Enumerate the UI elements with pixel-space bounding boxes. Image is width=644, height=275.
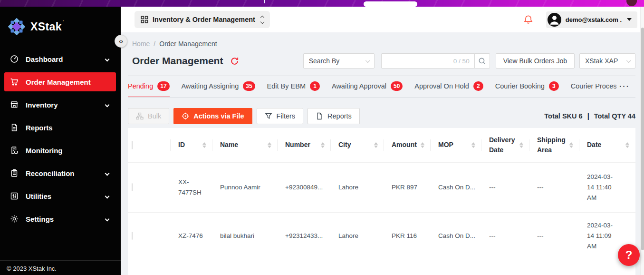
avatar (548, 13, 561, 27)
tab-count-badge: 35 (243, 81, 255, 91)
column-header-number[interactable]: Number (278, 128, 331, 162)
grid-icon (141, 16, 148, 23)
actions-via-file-button[interactable]: Actions via File (173, 108, 252, 124)
sort-carets-icon[interactable] (569, 142, 573, 148)
sidebar-item-monitoring[interactable]: Monitoring (4, 141, 116, 160)
sidebar-item-dashboard[interactable]: Dashboard (4, 49, 116, 69)
breadcrumb-separator: / (154, 40, 155, 48)
sidebar-item-order-management[interactable]: Order Management (4, 72, 116, 91)
copyright-footer: © 2023 XStak Inc. (0, 260, 121, 275)
xstak-xap-select[interactable]: XStak XAP (579, 53, 635, 69)
sidebar-item-reports[interactable]: Reports (4, 118, 116, 137)
search-char-counter: 0 / 50 (453, 58, 470, 65)
cell-name: Punnoo Aamir (212, 162, 278, 212)
cart-icon (10, 78, 19, 86)
sort-carets-icon[interactable] (202, 142, 206, 148)
view-bulk-orders-button[interactable]: View Bulk Orders Job (496, 53, 575, 69)
search-input[interactable] (386, 57, 453, 65)
sort-carets-icon[interactable] (471, 142, 475, 148)
tab-awaiting-approval[interactable]: Awaiting Approval 50 (332, 76, 403, 98)
cell-number: +92300849... (278, 162, 331, 212)
scrollbar-thumb[interactable] (641, 28, 644, 250)
refresh-button[interactable] (230, 57, 239, 66)
sort-carets-icon[interactable] (421, 142, 424, 148)
search-by-select[interactable]: Search By (303, 53, 375, 69)
app-switcher-label: Inventory & Order Management (153, 16, 255, 23)
sort-carets-icon[interactable] (519, 142, 523, 148)
filters-button[interactable]: Filters (257, 108, 303, 124)
cell-amount: PKR 116 (384, 212, 431, 260)
app-switcher-button[interactable]: Inventory & Order Management (135, 11, 270, 28)
xap-label: XStak XAP (585, 57, 618, 65)
tab-label: Approval On Hold (414, 82, 469, 90)
help-button[interactable]: ? (618, 244, 640, 266)
row-checkbox[interactable] (132, 183, 133, 191)
appbar-right: demo@xstak.com . (523, 11, 637, 28)
sidebar-item-label: Reports (26, 124, 110, 132)
column-header-city[interactable]: City (331, 128, 384, 162)
sort-carets-icon[interactable] (321, 142, 325, 148)
reports-button[interactable]: Reports (308, 108, 360, 124)
cell-shipping-area: --- (529, 212, 579, 260)
row-checkbox[interactable] (132, 232, 133, 240)
refresh-icon (230, 57, 239, 66)
bell-icon (523, 15, 533, 25)
sort-carets-icon[interactable] (374, 142, 378, 148)
tab-count-badge: 3 (549, 81, 559, 91)
column-header-date[interactable]: Date (579, 128, 635, 162)
user-menu[interactable]: demo@xstak.com . (546, 11, 637, 28)
tab-pending[interactable]: Pending 17 (128, 76, 170, 98)
sidebar-item-inventory[interactable]: Inventory (4, 95, 116, 114)
breadcrumb-home[interactable]: Home (132, 40, 150, 48)
sidebar-item-label: Dashboard (26, 55, 106, 63)
tab-awaiting-assigning[interactable]: Awaiting Assigning 35 (182, 76, 255, 98)
tab-count-badge: 50 (391, 81, 403, 91)
tab-courier-booking[interactable]: Courier Booking 3 (495, 76, 559, 98)
tab-count-badge: 17 (157, 81, 169, 91)
cell-number: +92312433... (278, 212, 331, 260)
notification-bell-button[interactable] (523, 15, 533, 25)
sort-carets-icon[interactable] (268, 142, 271, 148)
status-tabs: Pending 17 Awaiting Assigning 35 Edit By… (128, 76, 635, 98)
tab-label: Pending (128, 82, 153, 90)
page-scrollbar[interactable] (640, 7, 644, 275)
sidebar: XStak· Dashboard Order Management (0, 7, 121, 275)
page-content: Home / Order Management Order Management… (121, 32, 644, 275)
sidebar-item-label: Settings (26, 215, 106, 223)
summary-divider: | (587, 112, 589, 120)
cell-shipping-area: --- (529, 162, 579, 212)
reports-label: Reports (327, 112, 352, 120)
tab-approval-on-hold[interactable]: Approval On Hold 2 (414, 76, 483, 98)
column-header-delivery-date[interactable]: Delivery Date (481, 128, 529, 162)
more-tabs-ellipsis-icon[interactable]: ··· (616, 82, 630, 91)
sidebar-collapse-button[interactable]: ‹› (115, 35, 127, 48)
column-header-name[interactable]: Name (212, 128, 278, 162)
caret-down-icon (627, 18, 632, 21)
bulk-button[interactable]: Bulk (128, 108, 169, 124)
cell-delivery-date: --- (481, 212, 529, 260)
caret-up-down-icon (261, 16, 264, 23)
cell-delivery-date: --- (481, 162, 529, 212)
cell-mop: Cash On D... (431, 212, 481, 260)
sidebar-item-utilities[interactable]: Utilities (4, 187, 116, 206)
select-all-checkbox[interactable] (132, 141, 133, 149)
search-button[interactable] (474, 53, 490, 69)
cell-mop: Cash On D... (431, 162, 481, 212)
tab-label: Edit By EBM (267, 82, 306, 90)
column-header-id[interactable]: ID (171, 128, 212, 162)
main-area: Inventory & Order Management demo@xstak.… (121, 7, 644, 275)
top-appbar: Inventory & Order Management demo@xstak.… (121, 7, 644, 32)
search-box: 0 / 50 (381, 53, 475, 69)
column-header-shipping-area[interactable]: Shipping Area (529, 128, 579, 162)
column-header-mop[interactable]: MOP (431, 128, 481, 162)
sort-carets-icon[interactable] (625, 142, 629, 148)
tab-edit-by-ebm[interactable]: Edit By EBM 1 (267, 76, 320, 98)
gear-icon (10, 215, 19, 223)
user-email: demo@xstak.com . (566, 16, 622, 23)
sidebar-item-label: Reconciliation (26, 169, 106, 177)
table-row: XX-7477SH Punnoo Aamir +92300849... Laho… (128, 162, 635, 212)
search-controls: Search By 0 / 50 View Bulk Orders Job XS… (303, 53, 635, 69)
sidebar-item-settings[interactable]: Settings (4, 209, 116, 228)
sidebar-item-reconciliation[interactable]: Reconciliation (4, 164, 116, 183)
column-header-amount[interactable]: Amount (384, 128, 431, 162)
